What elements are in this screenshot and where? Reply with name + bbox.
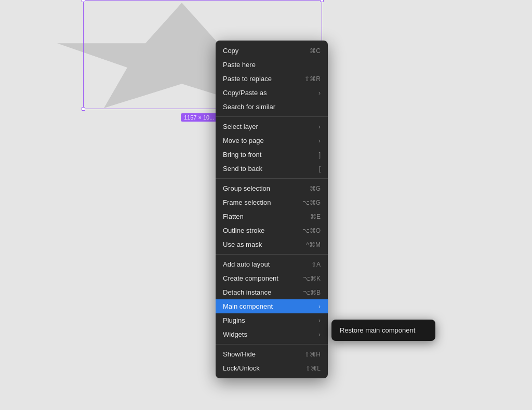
menu-item-label: Widgets (223, 330, 247, 338)
menu-item-shortcut: ] (319, 151, 321, 158)
menu-item-widgets[interactable]: Widgets› (216, 327, 328, 341)
menu-item-shortcut: ⌥⌘O (302, 227, 321, 234)
menu-item-label: Frame selection (223, 199, 271, 206)
menu-item-label: Search for similar (223, 103, 275, 111)
menu-item-shortcut: ⇧⌘L (305, 365, 321, 372)
menu-item-label: Copy/Paste as (223, 89, 267, 97)
menu-item-label: Send to back (223, 165, 262, 173)
menu-item-shortcut: ⌥⌘G (302, 199, 321, 206)
menu-item-label: Outline stroke (223, 227, 264, 234)
menu-item-label: Paste here (223, 61, 256, 69)
menu-item-bring-to-front[interactable]: Bring to front] (216, 148, 328, 162)
menu-item-shortcut: ⌥⌘K (303, 275, 321, 282)
menu-item-label: Detach instance (223, 288, 271, 296)
menu-item-label: Paste to replace (223, 75, 272, 83)
menu-item-detach-instance[interactable]: Detach instance⌥⌘B (216, 285, 328, 299)
submenu-popup: Restore main component (331, 320, 435, 341)
menu-item-shortcut: ⌘C (310, 47, 321, 55)
menu-item-label: Group selection (223, 184, 270, 192)
menu-item-label: Flatten (223, 213, 244, 220)
menu-item-copy-paste-as[interactable]: Copy/Paste as› (216, 86, 328, 100)
menu-item-label: Main component (223, 302, 273, 310)
menu-item-arrow: › (318, 317, 321, 324)
menu-divider (216, 116, 328, 117)
menu-item-outline-stroke[interactable]: Outline stroke⌥⌘O (216, 223, 328, 237)
menu-item-shortcut: ⇧A (311, 261, 321, 268)
menu-divider (216, 344, 328, 345)
menu-item-label: Use as mask (223, 241, 262, 248)
menu-item-add-auto-layout[interactable]: Add auto layout⇧A (216, 257, 328, 271)
menu-item-group-selection[interactable]: Group selection⌘G (216, 181, 328, 195)
menu-item-shortcut: ⌥⌘B (303, 289, 321, 296)
canvas-background: 1157 × 10... Copy⌘CPaste herePaste to re… (0, 0, 532, 410)
menu-item-shortcut: ^⌘M (306, 241, 321, 248)
menu-item-use-as-mask[interactable]: Use as mask^⌘M (216, 237, 328, 252)
menu-item-label: Create component (223, 274, 278, 282)
dimension-label: 1157 × 10... (181, 113, 217, 122)
menu-divider (216, 254, 328, 255)
context-menu: Copy⌘CPaste herePaste to replace⇧⌘RCopy/… (216, 41, 328, 378)
menu-item-move-to-page[interactable]: Move to page› (216, 134, 328, 148)
menu-item-label: Copy (223, 47, 238, 55)
menu-item-shortcut: ⌘E (310, 213, 321, 220)
menu-item-flatten[interactable]: Flatten⌘E (216, 209, 328, 223)
menu-item-plugins[interactable]: Plugins› (216, 313, 328, 327)
menu-item-label: Move to page (223, 137, 264, 144)
menu-item-send-to-back[interactable]: Send to back[ (216, 162, 328, 176)
submenu-item-restore-main-component[interactable]: Restore main component (331, 323, 435, 338)
menu-item-label: Plugins (223, 316, 245, 324)
menu-item-create-component[interactable]: Create component⌥⌘K (216, 271, 328, 285)
menu-item-label: Show/Hide (223, 350, 256, 358)
menu-item-main-component[interactable]: Main component› (216, 299, 328, 313)
menu-item-label: Lock/Unlock (223, 364, 260, 372)
menu-item-paste-here[interactable]: Paste here (216, 58, 328, 72)
menu-item-search-for-similar[interactable]: Search for similar (216, 100, 328, 114)
menu-item-shortcut: [ (319, 165, 321, 173)
menu-item-frame-selection[interactable]: Frame selection⌥⌘G (216, 195, 328, 209)
menu-item-label: Bring to front (223, 151, 261, 158)
menu-item-arrow: › (318, 137, 321, 144)
menu-item-label: Select layer (223, 123, 258, 130)
menu-item-show-hide[interactable]: Show/Hide⇧⌘H (216, 347, 328, 361)
menu-item-lock-unlock[interactable]: Lock/Unlock⇧⌘L (216, 361, 328, 375)
menu-item-shortcut: ⌘G (310, 185, 321, 192)
menu-item-paste-to-replace[interactable]: Paste to replace⇧⌘R (216, 72, 328, 86)
menu-item-label: Add auto layout (223, 260, 270, 268)
menu-item-select-layer[interactable]: Select layer› (216, 120, 328, 134)
menu-item-shortcut: ⇧⌘R (304, 75, 321, 83)
menu-item-arrow: › (318, 89, 321, 97)
menu-item-arrow: › (318, 331, 321, 338)
menu-item-copy[interactable]: Copy⌘C (216, 44, 328, 58)
menu-item-shortcut: ⇧⌘H (304, 351, 321, 358)
menu-divider (216, 178, 328, 179)
menu-item-arrow: › (318, 123, 321, 130)
menu-item-arrow: › (318, 303, 321, 310)
